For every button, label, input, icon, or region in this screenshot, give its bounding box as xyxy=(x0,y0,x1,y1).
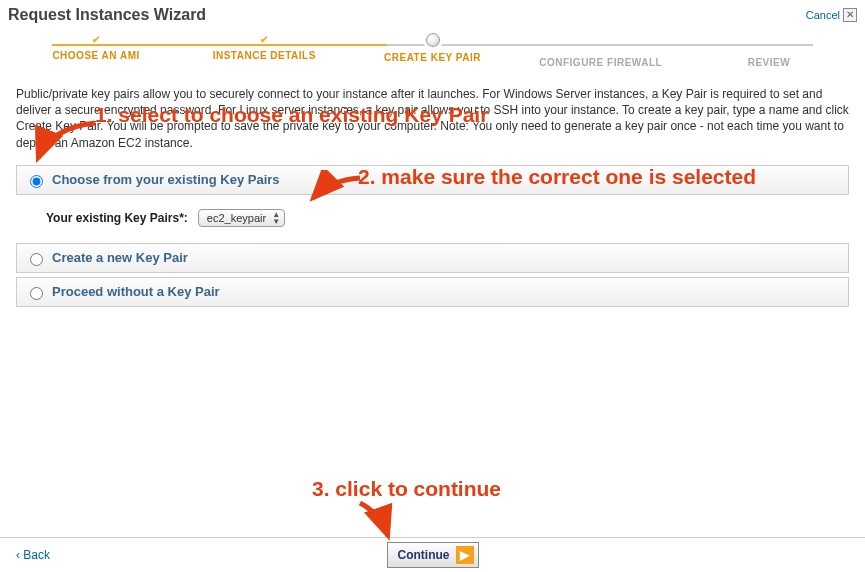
existing-keypair-field-label: Your existing Key Pairs*: xyxy=(46,211,188,225)
keypair-select[interactable]: ec2_keypair ▲▼ xyxy=(198,209,285,227)
option-proceed-without[interactable]: Proceed without a Key Pair xyxy=(16,277,849,307)
step-instance-details[interactable]: ✔ INSTANCE DETAILS xyxy=(180,38,348,68)
option-create-keypair[interactable]: Create a new Key Pair xyxy=(16,243,849,273)
wizard-footer: ‹ Back Continue ▶ xyxy=(0,537,865,572)
continue-button[interactable]: Continue ▶ xyxy=(387,542,479,568)
step-create-key-pair: CREATE KEY PAIR xyxy=(348,38,516,68)
close-icon[interactable]: ✕ xyxy=(843,8,857,22)
arrow-right-icon: ▶ xyxy=(456,546,474,564)
step-review: REVIEW xyxy=(685,38,853,68)
keypair-selected-value: ec2_keypair xyxy=(207,212,266,224)
option-existing-keypair[interactable]: Choose from your existing Key Pairs xyxy=(16,165,849,195)
current-step-icon xyxy=(426,33,440,47)
radio-existing[interactable] xyxy=(30,175,43,188)
radio-proceed[interactable] xyxy=(30,287,43,300)
existing-keypair-row: Your existing Key Pairs*: ec2_keypair ▲▼ xyxy=(16,199,849,243)
option-create-label[interactable]: Create a new Key Pair xyxy=(52,250,188,265)
wizard-header: Request Instances Wizard Cancel ✕ xyxy=(0,0,865,28)
check-icon: ✔ xyxy=(259,34,269,44)
step-choose-ami[interactable]: ✔ CHOOSE AN AMI xyxy=(12,38,180,68)
back-link[interactable]: ‹ Back xyxy=(16,548,50,562)
wizard-title: Request Instances Wizard xyxy=(8,6,206,24)
intro-text: Public/private key pairs allow you to se… xyxy=(16,86,849,151)
cancel-link[interactable]: Cancel xyxy=(806,9,840,21)
option-proceed-label[interactable]: Proceed without a Key Pair xyxy=(52,284,220,299)
select-arrows-icon: ▲▼ xyxy=(272,211,280,225)
wizard-content: Public/private key pairs allow you to se… xyxy=(0,72,865,307)
check-icon: ✔ xyxy=(91,34,101,44)
wizard-steps: ✔ CHOOSE AN AMI ✔ INSTANCE DETAILS CREAT… xyxy=(12,38,853,72)
radio-create[interactable] xyxy=(30,253,43,266)
annotation-3: 3. click to continue xyxy=(312,477,501,501)
option-existing-label[interactable]: Choose from your existing Key Pairs xyxy=(52,172,280,187)
step-configure-firewall: CONFIGURE FIREWALL xyxy=(517,38,685,68)
